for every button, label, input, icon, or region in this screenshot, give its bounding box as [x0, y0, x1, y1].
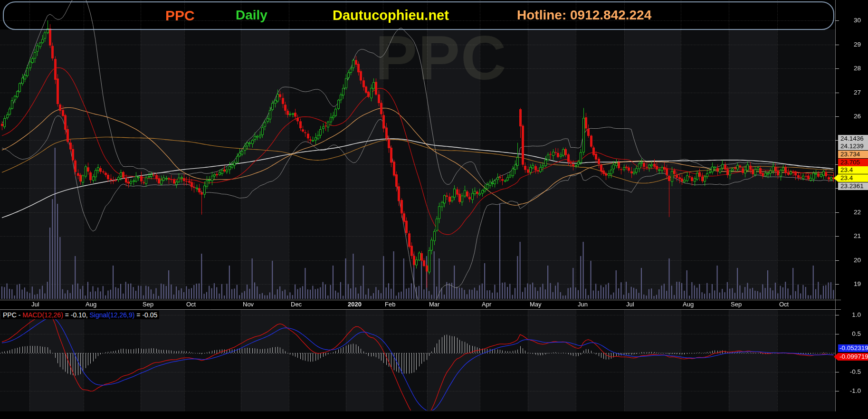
price-value-label: 23.705 — [838, 159, 868, 166]
date-label: Nov — [243, 301, 254, 308]
price-value-label: 23.2361 — [838, 182, 868, 190]
price-value-label: 23.4 — [838, 166, 868, 174]
price-tick-label: 21 — [837, 232, 861, 239]
macd-tick-label: -0.5 — [837, 368, 861, 375]
price-tick-label: 27 — [837, 89, 861, 96]
date-label: Oct — [779, 301, 789, 308]
price-chart-canvas[interactable] — [0, 0, 868, 419]
price-tick-label: 30 — [837, 17, 861, 24]
price-value-label: 24.1436 — [838, 135, 868, 143]
date-label: Feb — [385, 301, 395, 308]
date-label: Mar — [429, 301, 439, 308]
date-label: Aug — [86, 301, 96, 308]
price-tick-label: 22 — [837, 209, 861, 216]
timeframe-label: Daily — [236, 8, 267, 23]
macd-header-part: Signal(12,26,9) — [89, 311, 134, 319]
macd-header-part: PPC - — [3, 311, 22, 319]
date-label: Aug — [683, 301, 694, 308]
price-tick-label: 20 — [837, 257, 861, 264]
macd-value-label: -0.052319 — [838, 344, 868, 352]
macd-value-label: -0.099719 — [838, 353, 868, 361]
price-tick-label: 19 — [837, 280, 861, 287]
price-tick-label: 29 — [837, 41, 861, 48]
price-tick-label: 28 — [837, 65, 861, 72]
stock-chart-screen: PPC PPC Daily Dautucophieu.net Hotline: … — [0, 0, 868, 419]
date-label: Jun — [578, 301, 588, 308]
date-label: Dec — [291, 301, 302, 308]
macd-tick-label: 0.5 — [837, 330, 861, 337]
price-value-label: 23.4 — [838, 174, 868, 182]
macd-arrow-icon — [834, 353, 838, 361]
date-label: Jul — [626, 301, 634, 308]
date-label: Jul — [31, 301, 39, 308]
symbol-label: PPC — [165, 8, 195, 24]
site-label: Dautucophieu.net — [333, 8, 449, 23]
price-value-label: 23.734 — [838, 151, 868, 158]
macd-header-part: = -0.10, — [63, 311, 90, 319]
price-tick-label: 26 — [837, 113, 861, 120]
hotline-label: Hotline: 0912.842.224 — [517, 8, 651, 23]
macd-tick-label: -1.0 — [837, 387, 861, 394]
date-label: Sep — [143, 301, 153, 308]
date-label: Oct — [186, 301, 196, 308]
date-label: Sep — [731, 301, 742, 308]
date-label: 2020 — [348, 301, 362, 308]
macd-tick-label: 1.0 — [837, 311, 861, 318]
date-label: Apr — [482, 301, 491, 308]
date-label: May — [530, 301, 542, 308]
price-value-label: 24.1239 — [838, 143, 868, 150]
price-arrow-icon — [834, 174, 838, 182]
macd-indicator-header: PPC - MACD(12,26) = -0.10, Signal(12,26,… — [1, 311, 159, 319]
macd-header-part: MACD(12,26) — [22, 311, 63, 319]
macd-header-part: = -0.05 — [134, 311, 157, 319]
